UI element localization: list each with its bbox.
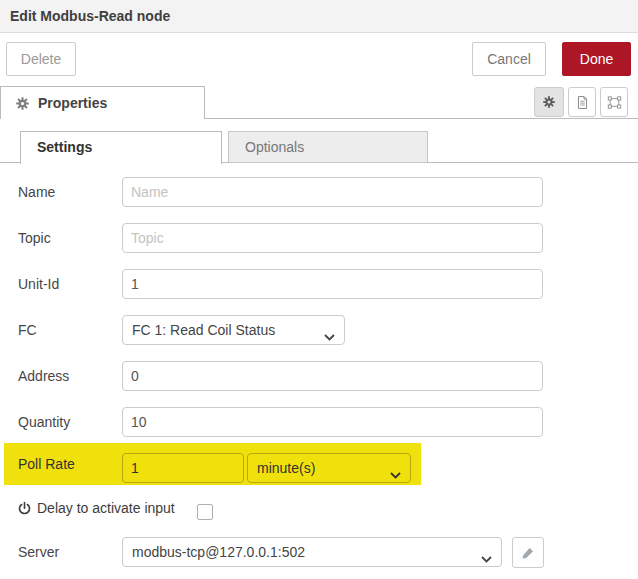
fc-select[interactable]: FC 1: Read Coil Status xyxy=(122,315,345,345)
selection-frame-icon xyxy=(607,95,622,110)
tab-optionals[interactable]: Optionals xyxy=(228,131,428,163)
topic-input[interactable] xyxy=(122,223,543,253)
poll-rate-input[interactable] xyxy=(122,453,244,483)
poll-rate-unit-select[interactable]: minute(s) xyxy=(247,453,411,483)
name-input[interactable] xyxy=(122,177,543,207)
edit-server-button[interactable] xyxy=(512,537,544,568)
pencil-icon xyxy=(521,546,535,560)
unit-id-input[interactable] xyxy=(122,269,543,299)
edit-node-dialog: Edit Modbus-Read node Delete Cancel Done… xyxy=(0,0,638,579)
tab-properties-label: Properties xyxy=(38,95,107,111)
description-icon-button[interactable] xyxy=(568,87,596,117)
gear-icon xyxy=(542,95,556,109)
address-input[interactable] xyxy=(122,361,543,391)
done-button[interactable]: Done xyxy=(562,42,631,76)
quantity-input[interactable] xyxy=(122,407,543,437)
gear-icon xyxy=(15,96,30,111)
fc-label: FC xyxy=(18,322,37,338)
dialog-header: Edit Modbus-Read node xyxy=(0,0,638,33)
delete-button[interactable]: Delete xyxy=(6,42,76,76)
name-label: Name xyxy=(18,184,55,200)
appearance-icon-button[interactable] xyxy=(600,87,628,117)
cancel-button[interactable]: Cancel xyxy=(472,42,546,76)
server-select[interactable]: modbus-tcp@127.0.0.1:502 xyxy=(122,537,502,567)
poll-rate-label: Poll Rate xyxy=(18,456,75,472)
chevron-down-icon xyxy=(481,550,492,566)
quantity-label: Quantity xyxy=(18,414,70,430)
chevron-down-icon xyxy=(390,466,401,482)
properties-icon-button[interactable] xyxy=(534,87,564,117)
tab-properties[interactable]: Properties xyxy=(0,86,205,119)
dialog-title: Edit Modbus-Read node xyxy=(10,8,170,24)
delay-checkbox[interactable] xyxy=(197,504,213,520)
tab-settings-label: Settings xyxy=(37,139,92,155)
poll-rate-highlight: Poll Rate minute(s) xyxy=(4,443,421,485)
topic-label: Topic xyxy=(18,230,51,246)
server-select-value: modbus-tcp@127.0.0.1:502 xyxy=(132,544,305,560)
tab-settings[interactable]: Settings xyxy=(20,131,222,164)
fc-select-value: FC 1: Read Coil Status xyxy=(132,322,275,338)
delay-label: Delay to activate input xyxy=(37,500,175,516)
server-label: Server xyxy=(18,544,59,560)
tab-optionals-label: Optionals xyxy=(245,139,304,155)
document-icon xyxy=(575,95,590,110)
unit-id-label: Unit-Id xyxy=(18,276,59,292)
poll-rate-unit-value: minute(s) xyxy=(257,460,315,476)
power-icon xyxy=(17,501,32,516)
address-label: Address xyxy=(18,368,69,384)
chevron-down-icon xyxy=(324,328,335,344)
